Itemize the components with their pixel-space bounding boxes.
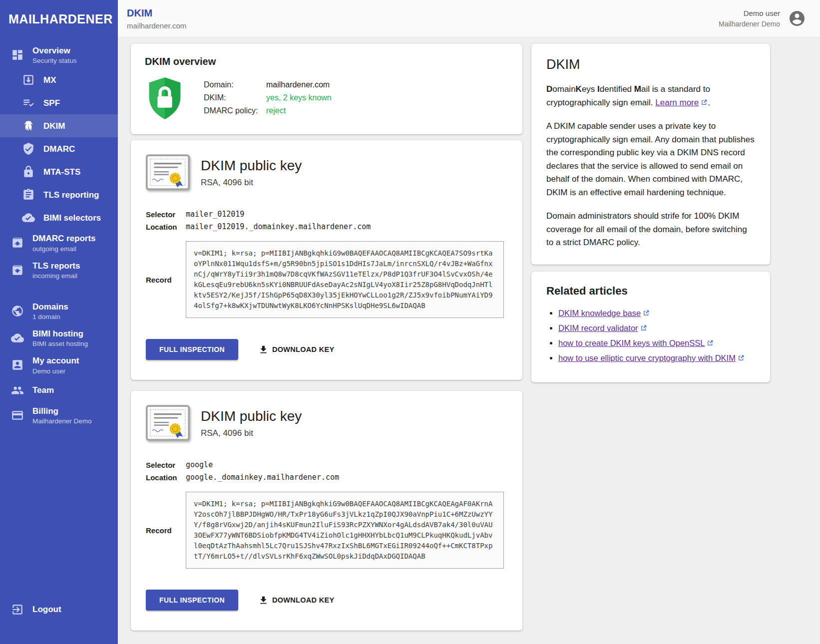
key-card-subtitle: RSA, 4096 bit [201,428,302,438]
dkim-record-box: v=DKIM1; k=rsa; p=MIIBIjANBgkqhkiG9w0BAQ… [186,241,504,318]
sidebar-item-tls-reporting[interactable]: TLS reporting [0,183,118,206]
overview-row-dmarc-policy: DMARC policy: reject [204,104,332,117]
overview-card-title: DKIM overview [145,56,508,67]
overview-row-dkim: DKIM: yes, 2 keys known [204,91,332,104]
people-icon [11,384,24,397]
main-area: DKIM mailhardener.com Demo user Mailhard… [118,0,820,644]
related-link-record-validator[interactable]: DKIM record validator [558,323,638,332]
domain-value: mailhardener.com [266,78,330,91]
tray-arrow-up-icon [11,236,24,249]
record-row: Record v=DKIM1; k=rsa; p=MIIBIjANBgkqhki… [146,492,507,569]
dkim-record-box: v=DKIM1; k=rsa; p=MIIBIjANBgkqhkiG9w0BAQ… [186,492,504,569]
full-inspection-button[interactable]: FULL INSPECTION [146,590,238,611]
clipboard-icon [22,188,35,201]
sidebar-item-my-account[interactable]: My accountDemo user [0,351,118,378]
sidebar-item-dmarc[interactable]: DMARC [0,137,118,160]
shield-check-icon [22,142,35,155]
list-item: DKIM record validator [558,322,755,333]
nav-divider-gap [0,284,118,298]
dmarc-policy-value: reject [266,104,286,117]
playlist-check-icon [22,96,35,109]
sidebar-item-domains[interactable]: Domains1 domain [0,298,118,324]
dashboard-icon [11,48,24,61]
sidebar-item-overview[interactable]: OverviewSecurity status [0,41,118,68]
dkim-key-card-2: DKIM public key RSA, 4096 bit Selector g… [131,391,522,631]
list-item: DKIM knowledge base [558,308,755,319]
external-link-icon [738,353,745,360]
related-links-list: DKIM knowledge base DKIM record validato… [558,308,755,363]
credit-card-icon [11,409,24,422]
lock-icon [22,165,35,178]
related-articles-card: Related articles DKIM knowledge base DKI… [531,272,770,382]
sidebar-item-team[interactable]: Team [0,379,118,402]
sidebar-item-billing[interactable]: BillingMailhardener Demo [0,402,118,429]
green-shield-lock-icon [146,76,184,120]
record-row: Record v=DKIM1; k=rsa; p=MIIBIjANBgkqhki… [146,241,507,318]
sidebar-item-dmarc-reports[interactable]: DMARC reportsoutgoing email [0,229,118,256]
sidebar-item-tls-reports[interactable]: TLS reportsincoming email [0,257,118,284]
info-paragraph-3: Domain administrators should strife for … [546,210,755,250]
learn-more-link[interactable]: Learn more [655,98,699,107]
selector-value: mailer_012019 [186,208,244,221]
download-icon [258,344,269,355]
sidebar-nav: OverviewSecurity status MX SPF DKIM DMAR… [0,41,118,429]
tray-arrow-down-icon [11,264,24,277]
download-icon [258,595,269,606]
selector-value: google [186,459,213,471]
location-value: mailer_012019._domainkey.mailhardener.co… [186,221,371,233]
sidebar-item-spf[interactable]: SPF [0,91,118,114]
cloud-check-icon [11,331,24,344]
related-link-knowledge-base[interactable]: DKIM knowledge base [558,309,641,318]
location-row: Location google._domainkey.mailhardener.… [146,471,507,484]
sidebar-item-bimi-selectors[interactable]: BIMI selectors [0,206,118,229]
right-column: DKIM DomainKeys Identified Mail is a sta… [531,44,770,382]
page-title: DKIM [127,7,186,19]
sidebar-item-dkim[interactable]: DKIM [0,114,118,137]
overview-row-domain: Domain: mailhardener.com [204,78,332,91]
selector-row: Selector google [146,459,507,471]
user-org: Mailhardener Demo [719,20,780,28]
list-item: how to create DKIM keys with OpenSSL [558,337,755,348]
download-key-button[interactable]: DOWNLOAD KEY [253,340,339,359]
sidebar-item-bimi-hosting[interactable]: BIMI hostingBIMI asset hosting [0,324,118,351]
globe-icon [11,305,24,318]
certificate-icon [146,405,190,442]
avatar-icon[interactable] [788,9,806,27]
related-link-openssl[interactable]: how to create DKIM keys with OpenSSL [558,338,705,347]
content: DKIM overview [118,37,820,642]
key-card-title: DKIM public key [201,408,302,424]
dkim-overview-card: DKIM overview [131,44,522,134]
external-link-icon [707,338,714,345]
dkim-key-card-1: DKIM public key RSA, 4096 bit Selector m… [131,140,522,380]
sidebar-item-mta-sts[interactable]: MTA-STS [0,160,118,183]
top-header: DKIM mailhardener.com Demo user Mailhard… [118,0,820,37]
full-inspection-button[interactable]: FULL INSPECTION [146,339,238,360]
related-card-title: Related articles [546,285,755,298]
user-name: Demo user [719,9,780,17]
logout-button[interactable]: Logout [0,598,118,621]
location-value: google._domainkey.mailhardener.com [186,471,339,484]
account-box-icon [11,358,24,371]
external-link-icon [643,308,650,315]
fingerprint-icon [22,119,35,132]
selector-row: Selector mailer_012019 [146,208,507,221]
external-link-icon [701,97,708,104]
info-card-title: DKIM [546,57,755,72]
inbox-arrow-icon [22,73,35,86]
sidebar: MAILHARDENER OverviewSecurity status MX … [0,0,118,644]
header-titles: DKIM mailhardener.com [127,7,186,30]
logout-icon [11,603,24,616]
breadcrumb-domain: mailhardener.com [127,21,186,30]
certificate-icon [146,154,190,191]
location-row: Location mailer_012019._domainkey.mailha… [146,221,507,233]
external-link-icon [640,323,647,330]
dkim-info-card: DKIM DomainKeys Identified Mail is a sta… [531,44,770,265]
list-item: how to use elliptic curve cryptography w… [558,352,755,363]
download-key-button[interactable]: DOWNLOAD KEY [253,591,339,610]
sidebar-item-mx[interactable]: MX [0,68,118,91]
info-paragraph-2: A DKIM capable sender uses a private key… [546,120,755,199]
user-menu[interactable]: Demo user Mailhardener Demo [719,9,806,28]
related-link-elliptic-curve[interactable]: how to use elliptic curve cryptography w… [558,353,736,362]
brand-logo: MAILHARDENER [8,12,118,26]
key-card-subtitle: RSA, 4096 bit [201,178,302,188]
